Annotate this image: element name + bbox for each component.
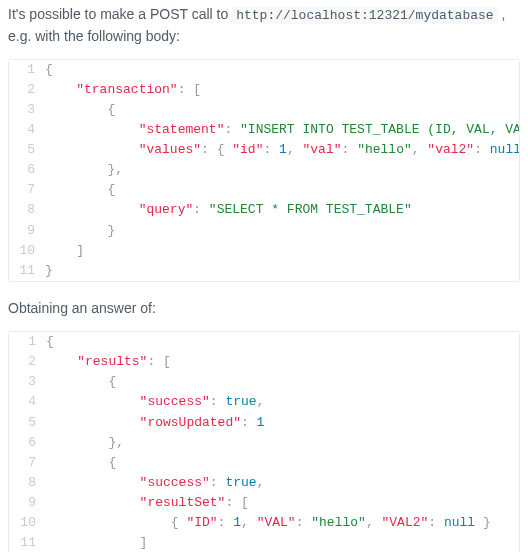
line-content: } — [45, 261, 520, 281]
line-number: 2 — [9, 352, 46, 372]
code-line: 4 "statement": "INSERT INTO TEST_TABLE (… — [9, 120, 520, 140]
line-content: { — [46, 372, 519, 392]
line-number: 8 — [9, 200, 45, 220]
code-line: 2 "results": [ — [9, 352, 519, 372]
response-code-content: 1{2 "results": [3 {4 "success": true,5 "… — [9, 332, 519, 552]
line-number: 11 — [9, 533, 46, 552]
line-content: { — [45, 180, 520, 200]
middle-paragraph: Obtaining an answer of: — [8, 298, 520, 319]
page-root: It's possible to make a POST call to htt… — [0, 0, 528, 552]
line-content: { "ID": 1, "VAL": "hello", "VAL2": null … — [46, 513, 519, 533]
line-number: 10 — [9, 241, 45, 261]
line-number: 4 — [9, 120, 45, 140]
code-line: 4 "success": true, — [9, 392, 519, 412]
line-number: 5 — [9, 413, 46, 433]
line-content: { — [45, 100, 520, 120]
line-content: "query": "SELECT * FROM TEST_TABLE" — [45, 200, 520, 220]
line-content: "values": { "id": 1, "val": "hello", "va… — [45, 140, 520, 160]
line-number: 10 — [9, 513, 46, 533]
response-code-block[interactable]: 1{2 "results": [3 {4 "success": true,5 "… — [8, 331, 520, 552]
request-code-block[interactable]: 1{2 "transaction": [3 {4 "statement": "I… — [8, 59, 520, 283]
line-content: "resultSet": [ — [46, 493, 519, 513]
line-content: }, — [45, 160, 520, 180]
line-content: "success": true, — [46, 473, 519, 493]
line-content: { — [45, 60, 520, 80]
intro-url-code: http://localhost:12321/mydatabase — [232, 7, 497, 24]
intro-paragraph: It's possible to make a POST call to htt… — [8, 4, 520, 47]
code-line: 3 { — [9, 372, 519, 392]
request-code-content: 1{2 "transaction": [3 {4 "statement": "I… — [9, 60, 520, 282]
code-line: 5 "values": { "id": 1, "val": "hello", "… — [9, 140, 520, 160]
code-line: 10 { "ID": 1, "VAL": "hello", "VAL2": nu… — [9, 513, 519, 533]
code-line: 3 { — [9, 100, 520, 120]
code-line: 7 { — [9, 453, 519, 473]
line-number: 1 — [9, 60, 45, 80]
line-content: }, — [46, 433, 519, 453]
code-line: 9 } — [9, 221, 520, 241]
code-line: 2 "transaction": [ — [9, 80, 520, 100]
line-number: 9 — [9, 493, 46, 513]
line-content: ] — [46, 533, 519, 552]
line-number: 3 — [9, 372, 46, 392]
line-number: 5 — [9, 140, 45, 160]
code-line: 11 ] — [9, 533, 519, 552]
code-line: 10 ] — [9, 241, 520, 261]
line-number: 2 — [9, 80, 45, 100]
code-line: 8 "query": "SELECT * FROM TEST_TABLE" — [9, 200, 520, 220]
line-number: 6 — [9, 433, 46, 453]
code-line: 1{ — [9, 60, 520, 80]
line-content: } — [45, 221, 520, 241]
line-content: { — [46, 332, 519, 352]
line-content: "success": true, — [46, 392, 519, 412]
line-number: 3 — [9, 100, 45, 120]
code-line: 5 "rowsUpdated": 1 — [9, 413, 519, 433]
code-line: 9 "resultSet": [ — [9, 493, 519, 513]
code-line: 8 "success": true, — [9, 473, 519, 493]
intro-text-before: It's possible to make a POST call to — [8, 6, 232, 22]
line-number: 9 — [9, 221, 45, 241]
line-number: 8 — [9, 473, 46, 493]
line-number: 4 — [9, 392, 46, 412]
line-content: "results": [ — [46, 352, 519, 372]
line-number: 11 — [9, 261, 45, 281]
code-line: 11} — [9, 261, 520, 281]
code-line: 7 { — [9, 180, 520, 200]
line-number: 7 — [9, 180, 45, 200]
code-line: 6 }, — [9, 160, 520, 180]
line-content: "transaction": [ — [45, 80, 520, 100]
line-content: { — [46, 453, 519, 473]
line-content: "statement": "INSERT INTO TEST_TABLE (ID… — [45, 120, 520, 140]
line-number: 6 — [9, 160, 45, 180]
line-content: "rowsUpdated": 1 — [46, 413, 519, 433]
line-content: ] — [45, 241, 520, 261]
line-number: 7 — [9, 453, 46, 473]
code-line: 6 }, — [9, 433, 519, 453]
line-number: 1 — [9, 332, 46, 352]
code-line: 1{ — [9, 332, 519, 352]
